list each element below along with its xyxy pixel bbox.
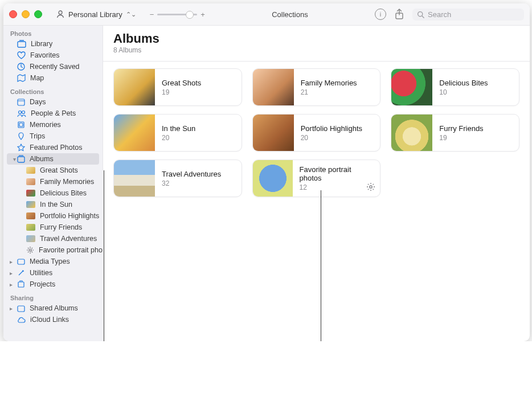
sidebar-item-label: Shared Albums (30, 304, 78, 312)
sidebar-item-library[interactable]: Library (3, 38, 103, 50)
svg-rect-10 (19, 123, 23, 126)
sidebar-item-label: Utilities (30, 269, 52, 277)
album-count: 10 (439, 88, 488, 96)
gear-icon (26, 246, 34, 254)
minimize-window-button[interactable] (22, 10, 30, 18)
sidebar-item-trips[interactable]: Trips (3, 130, 103, 142)
search-field[interactable]: Search (412, 9, 524, 21)
sidebar-item-label: Albums (30, 155, 54, 163)
memories-icon (17, 121, 25, 129)
sidebar-item-map[interactable]: Map (3, 72, 103, 84)
album-name: Great Shots (162, 79, 201, 87)
album-card[interactable]: Travel Adventures32 (113, 160, 242, 197)
sidebar-album-portfolio-highlights[interactable]: Portfolio Highlights (3, 210, 103, 222)
library-picker-label: Personal Library (68, 10, 122, 19)
thumbnail-zoom-control[interactable]: − + (150, 10, 205, 19)
zoom-slider-knob[interactable] (186, 11, 194, 19)
sidebar-item-featured-photos[interactable]: Featured Photos (3, 142, 103, 153)
album-thumbnail (253, 115, 294, 151)
album-card[interactable]: In the Sun20 (113, 114, 242, 152)
library-icon (17, 40, 26, 48)
calendar-icon (17, 98, 25, 106)
album-count: 20 (162, 134, 195, 142)
sidebar-album-travel-adventures[interactable]: Travel Adventures (3, 233, 103, 244)
cloud-icon (17, 316, 26, 323)
sidebar-album-great-shots[interactable]: Great Shots (3, 165, 103, 176)
sidebar-item-media-types[interactable]: ▸ Media Types (3, 256, 103, 267)
album-card[interactable]: Delicious Bites10 (391, 68, 519, 106)
chevron-right-icon[interactable]: ▸ (8, 305, 14, 312)
info-button[interactable]: i (375, 9, 386, 20)
person-icon (56, 10, 65, 19)
album-count: 19 (439, 134, 483, 142)
sidebar-album-delicious-bites[interactable]: Delicious Bites (3, 187, 103, 199)
zoom-in-icon[interactable]: + (200, 10, 205, 19)
album-grid: Great Shots19 Family Memories21 Deliciou… (113, 68, 519, 197)
sidebar-item-memories[interactable]: Memories (3, 119, 103, 130)
svg-rect-14 (18, 282, 24, 287)
sidebar-item-days[interactable]: Days (3, 96, 103, 108)
smart-album-gear-icon (366, 182, 375, 193)
page-title: Albums (113, 31, 519, 46)
share-button[interactable] (394, 9, 404, 20)
sidebar-section-collections: Collections (3, 84, 103, 96)
album-card[interactable]: Great Shots19 (113, 68, 242, 106)
people-icon (17, 109, 26, 117)
pin-icon (17, 132, 25, 140)
svg-point-12 (29, 249, 31, 251)
heart-icon (17, 51, 26, 59)
album-card[interactable]: Furry Friends19 (391, 114, 519, 152)
sidebar-item-label: Travel Adventures (40, 235, 97, 243)
sidebar-item-label: Days (30, 98, 46, 106)
svg-rect-4 (18, 42, 26, 47)
sidebar-album-furry-friends[interactable]: Furry Friends (3, 222, 103, 233)
sidebar-item-label: In the Sun (40, 201, 72, 208)
album-thumb-icon (26, 178, 35, 185)
close-window-button[interactable] (9, 10, 17, 18)
album-card[interactable]: Family Memories21 (252, 68, 381, 106)
zoom-out-icon[interactable]: − (150, 10, 154, 19)
chevron-updown-icon: ⌃⌄ (126, 11, 136, 18)
sidebar-item-label: Favorite portrait photos (39, 246, 103, 254)
chevron-right-icon[interactable]: ▸ (8, 259, 14, 265)
album-count: 32 (162, 179, 221, 187)
sidebar-item-projects[interactable]: ▸ Projects (3, 279, 103, 290)
sidebar-section-photos: Photos (3, 26, 103, 38)
sidebar-item-label: Memories (30, 121, 61, 129)
sidebar-item-icloud-links[interactable]: iCloud Links (3, 314, 103, 325)
chevron-right-icon[interactable]: ▸ (8, 270, 14, 276)
sidebar-item-label: Featured Photos (30, 144, 82, 152)
album-thumbnail (253, 69, 294, 105)
sidebar-item-albums[interactable]: ▾ Albums (7, 153, 99, 165)
sidebar-item-people-pets[interactable]: People & Pets (3, 108, 103, 119)
sidebar-section-sharing: Sharing (3, 290, 103, 302)
sidebar-album-family-memories[interactable]: Family Memories (3, 176, 103, 187)
window-body: Photos Library Favorites Recently Saved … (3, 26, 530, 341)
album-card[interactable]: Favorite portrait photos12 (252, 160, 381, 197)
sidebar-item-label: Favorites (30, 51, 59, 59)
zoom-slider-track[interactable] (157, 14, 197, 15)
utilities-icon (17, 269, 25, 277)
chevron-down-icon[interactable]: ▾ (11, 156, 17, 162)
zoom-window-button[interactable] (34, 10, 42, 18)
chevron-right-icon[interactable]: ▸ (8, 281, 14, 288)
sidebar-album-favorite-portrait[interactable]: Favorite portrait photos (3, 244, 103, 256)
sidebar-item-favorites[interactable]: Favorites (3, 50, 103, 61)
album-card[interactable]: Portfolio Highlights20 (252, 114, 381, 152)
sidebar-item-shared-albums[interactable]: ▸ Shared Albums (3, 302, 103, 314)
album-name: Family Memories (301, 79, 357, 87)
clock-icon (17, 63, 25, 71)
sidebar-item-label: Projects (30, 280, 55, 288)
projects-icon (17, 280, 25, 288)
sidebar-album-in-the-sun[interactable]: In the Sun (3, 199, 103, 210)
sidebar-item-utilities[interactable]: ▸ Utilities (3, 267, 103, 279)
toolbar-title: Collections (205, 10, 375, 19)
library-picker[interactable]: Personal Library ⌃⌄ (52, 8, 140, 21)
sidebar-item-recently-saved[interactable]: Recently Saved (3, 61, 103, 72)
sidebar-item-label: Great Shots (40, 166, 78, 174)
toolbar-right: i Search (375, 9, 524, 21)
mediatypes-icon (17, 257, 25, 265)
sidebar-item-label: iCloud Links (30, 316, 69, 324)
window-controls (9, 10, 42, 18)
albums-icon (17, 155, 25, 163)
